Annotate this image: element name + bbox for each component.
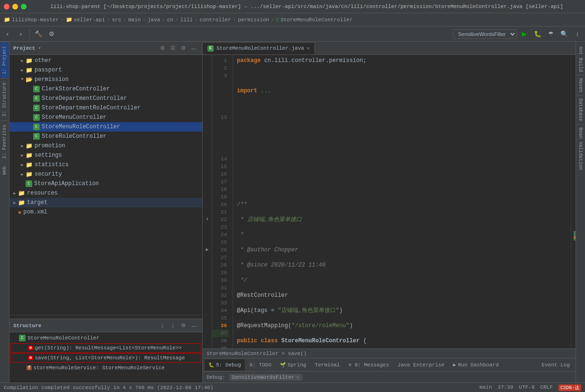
maximize-button[interactable]	[21, 4, 27, 9]
tree-item-security[interactable]: ▶ 📁 security	[9, 169, 202, 179]
close-button[interactable]	[4, 4, 9, 9]
line-ending: CRLF	[540, 384, 553, 391]
tree-item-label: StoreApiApplication	[34, 180, 99, 187]
tree-item-statistics[interactable]: ▶ 📁 statistics	[9, 160, 202, 169]
messages-tab[interactable]: ≡ 0: Messages	[344, 359, 393, 371]
breadcrumb-label: lilishop-master	[12, 17, 59, 23]
structure-item-class[interactable]: C StoreMenuRoleController	[9, 333, 202, 343]
code-line: public class StoreMenuRoleController {	[237, 337, 567, 345]
breadcrumb-item[interactable]: 📁 lilishop-master	[4, 17, 59, 23]
tree-item-store-department-controller[interactable]: C StoreDepartmentController	[9, 94, 202, 103]
structure-tab[interactable]: 2: Structure	[0, 78, 9, 120]
folder-icon: 📁	[26, 143, 33, 150]
folder-open-icon: 📂	[26, 76, 33, 83]
method-badge: m	[28, 356, 33, 360]
editor-tab-store-menu-role-controller[interactable]: C StoreMenuRoleController.java ✕	[203, 42, 315, 54]
structure-item-save[interactable]: m save(String, List<StoreMenuRole>): Res…	[10, 353, 201, 363]
maven-tab[interactable]: Maven	[577, 75, 584, 96]
left-vertical-tabs: 1: Project 2: Structure 2: Favorites Web	[0, 42, 9, 383]
structure-item-label: get(String): ResultMessage<List<StoreMen…	[35, 345, 181, 351]
tree-item-promotion[interactable]: ▶ 📁 promotion	[9, 141, 202, 151]
structure-settings-icon[interactable]: ⚙	[179, 321, 188, 330]
folder-icon: 📁	[26, 161, 33, 169]
structure-header: Structure ↕ ↕ ⚙ —	[9, 319, 202, 332]
favorites-tab[interactable]: 2: Favorites	[0, 120, 9, 162]
project-panel-title: Project	[13, 45, 35, 51]
run-dashboard-tab[interactable]: ▶ Run Dashboard	[449, 359, 502, 371]
tab-class-icon: C	[207, 45, 214, 52]
build-button[interactable]: 🔨	[33, 28, 44, 40]
breadcrumb-label: permission	[238, 17, 269, 23]
forward-button[interactable]: ›	[15, 28, 27, 40]
project-panel-header: Project ▾ ⚙ ☰ ⚙ —	[9, 42, 202, 55]
tree-item-passport[interactable]: ▶ 📁 passport	[9, 65, 202, 75]
code-line: @RestController	[237, 292, 567, 299]
tree-item-permission[interactable]: ▼ 📂 permission	[9, 75, 202, 84]
settings-button[interactable]: ⚙	[46, 28, 57, 40]
code-line: * 店铺端,角色菜单接口	[237, 216, 567, 223]
editor-tab-label: StoreMenuRoleController.java	[216, 45, 304, 51]
panel-filter-icon[interactable]: ☰	[168, 44, 178, 53]
tree-item-store-menu-role-controller[interactable]: C StoreMenuRoleController	[9, 122, 202, 132]
java-enterprise-tab[interactable]: Java Enterprise	[394, 359, 448, 371]
vcs-button[interactable]: ↕	[572, 28, 583, 40]
debug-filter[interactable]: SensitiveWordsFilter ✕	[229, 374, 302, 381]
horizontal-scrollbar[interactable]	[9, 315, 202, 319]
panel-gear-icon[interactable]: ⚙	[158, 44, 167, 53]
database-tab[interactable]: Database	[577, 96, 584, 125]
method-badge: m	[28, 346, 33, 350]
tree-item-other[interactable]: ▶ 📁 other	[9, 56, 202, 65]
project-dropdown[interactable]: ▾	[38, 45, 41, 51]
tree-item-store-api-application[interactable]: C StoreApiApplication	[9, 179, 202, 188]
event-log-tab[interactable]: Event Log	[538, 359, 574, 371]
debug-tab[interactable]: 🐛 5: Debug	[205, 359, 245, 371]
search-button[interactable]: 🔍	[558, 28, 570, 40]
breadcrumb-item[interactable]: C StoreMenuRoleController	[276, 17, 352, 23]
ant-build-tab[interactable]: Ant Build	[577, 44, 584, 75]
coverage-button[interactable]: ☂	[545, 28, 557, 40]
structure-item-field[interactable]: f storeMenuRoleService: StoreMenuRoleSer…	[9, 363, 202, 373]
panel-close-icon[interactable]: —	[189, 44, 198, 53]
folder-icon: 📁	[66, 17, 72, 23]
traffic-lights	[4, 4, 27, 9]
tree-item-pom-xml[interactable]: ◈ pom.xml	[9, 207, 202, 217]
tree-item-resources[interactable]: ▶ 📁 resources	[9, 188, 202, 198]
tree-item-target[interactable]: ▶ 📁 target	[9, 198, 202, 207]
tree-item-settings[interactable]: ▶ 📁 settings	[9, 151, 202, 160]
structure-item-get[interactable]: m get(String): ResultMessage<List<StoreM…	[10, 343, 201, 353]
back-button[interactable]: ‹	[2, 28, 13, 40]
tree-item-label: settings	[35, 152, 62, 159]
web-tab[interactable]: Web	[0, 162, 9, 178]
debug-button[interactable]: 🐛	[532, 28, 543, 40]
bean-validation-tab[interactable]: Bean Validation	[577, 125, 584, 173]
code-editor[interactable]: ⬇ ▶ 1 2 3 13 14 15 16 17 18 19 20 21 22 …	[203, 55, 576, 348]
vertical-scrollbar[interactable]	[571, 55, 576, 348]
tree-item-clerk-store-controller[interactable]: C ClerkStoreController	[9, 84, 202, 94]
code-content[interactable]: package cn.lili.controller.permission; i…	[233, 55, 571, 348]
minimize-button[interactable]	[12, 4, 18, 9]
spring-tab[interactable]: 🌱 Spring	[276, 359, 310, 371]
folder-icon: 📁	[26, 152, 33, 159]
panel-settings-icon[interactable]: ⚙	[179, 44, 188, 53]
tree-view[interactable]: ▶ 📁 other ▶ 📁 passport ▼ 📂 permission	[9, 55, 202, 315]
sort-icon[interactable]: ↕	[168, 321, 178, 330]
tree-item-store-department-role-controller[interactable]: C StoreDepartmentRoleController	[9, 103, 202, 113]
tree-item-store-role-controller[interactable]: C StoreRoleController	[9, 132, 202, 141]
close-icon[interactable]: ✕	[297, 374, 299, 380]
breadcrumb-item[interactable]: 📁 seller-api	[66, 17, 105, 23]
folder-icon: 📁	[26, 67, 33, 74]
run-config-select[interactable]: SensitiveWordsFilter	[453, 29, 517, 39]
editor-area: C StoreMenuRoleController.java ✕ ⬇ ▶ 1 2…	[203, 42, 576, 383]
project-tab[interactable]: 1: Project	[0, 42, 9, 78]
terminal-tab[interactable]: Terminal	[311, 359, 344, 371]
structure-close-icon[interactable]: —	[189, 321, 198, 330]
tab-close-button[interactable]: ✕	[307, 45, 310, 51]
todo-tab[interactable]: 6: TODO	[246, 359, 275, 371]
class-icon: C	[19, 335, 26, 341]
run-button[interactable]: ▶	[519, 28, 530, 40]
tree-item-store-menu-controller[interactable]: C StoreMenuController	[9, 113, 202, 122]
code-line: @RequestMapping("/store/roleMenu")	[237, 322, 567, 330]
encoding: UTF-8	[519, 384, 535, 391]
folder-icon: 📁	[18, 190, 25, 197]
sort-alpha-icon[interactable]: ↕	[158, 321, 167, 330]
